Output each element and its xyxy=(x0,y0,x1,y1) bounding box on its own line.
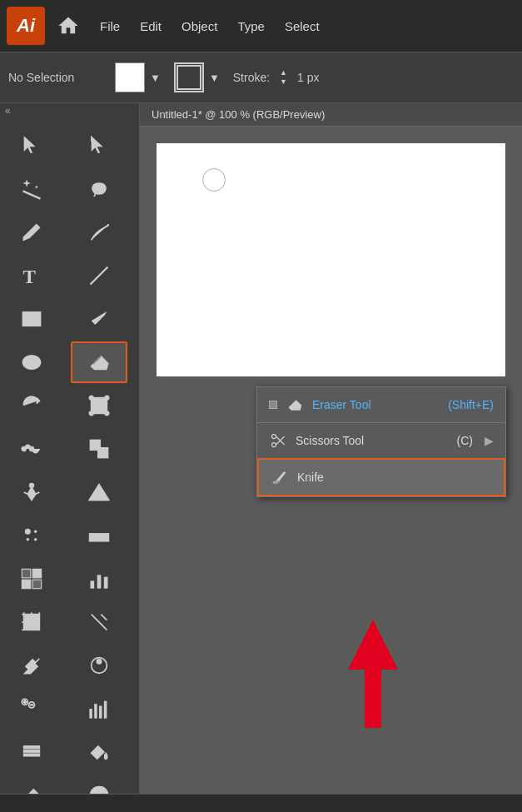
stroke-value: 1 px xyxy=(297,71,322,84)
toolbar: No Selection ▼ ▼ Stroke: ▲ ▼ 1 px xyxy=(0,52,522,103)
knife-tool-label: Knife xyxy=(297,471,492,484)
zoom-tool[interactable] xyxy=(3,688,60,730)
hand-tool[interactable] xyxy=(3,731,60,773)
menu-items: File Edit Object Type Select xyxy=(98,16,515,37)
paint-bucket-tool[interactable] xyxy=(71,731,127,773)
pencil-tool[interactable] xyxy=(71,212,127,253)
svg-point-18 xyxy=(34,531,37,534)
warp-tool[interactable] xyxy=(3,428,60,470)
context-menu-item-scissors[interactable]: Scissors Tool (C) ▶ xyxy=(257,423,505,458)
puppet-warp-tool[interactable] xyxy=(3,471,60,513)
svg-point-12 xyxy=(30,447,34,451)
toolbox: « xyxy=(0,103,140,812)
tools-grid: T xyxy=(0,122,139,812)
measure-tool[interactable] xyxy=(71,645,127,686)
magic-wand-tool[interactable] xyxy=(3,168,60,210)
eraser-tool[interactable] xyxy=(71,341,127,383)
svg-point-54 xyxy=(272,435,276,439)
svg-point-40 xyxy=(96,659,102,665)
svg-point-20 xyxy=(27,538,29,541)
svg-point-1 xyxy=(27,234,31,237)
svg-rect-6 xyxy=(91,398,107,414)
svg-rect-51 xyxy=(24,750,40,752)
menu-bar: Ai File Edit Object Type Select xyxy=(0,0,522,52)
eraser-icon xyxy=(286,396,304,414)
stroke-label: Stroke: xyxy=(233,71,270,84)
context-menu: Eraser Tool (Shift+E) Scissors Tool (C) xyxy=(256,386,506,497)
menu-file[interactable]: File xyxy=(98,16,122,37)
lasso-tool[interactable] xyxy=(71,168,127,210)
svg-rect-14 xyxy=(97,448,107,458)
stroke-up-button[interactable]: ▲ xyxy=(278,68,289,77)
svg-rect-43 xyxy=(24,700,26,705)
svg-marker-59 xyxy=(348,620,398,728)
pen-tool[interactable] xyxy=(3,212,60,253)
scissors-shortcut: (C) xyxy=(430,434,473,447)
svg-rect-31 xyxy=(103,577,107,589)
type-tool[interactable]: T xyxy=(3,255,60,296)
context-menu-item-knife[interactable]: Knife xyxy=(257,458,505,496)
svg-point-11 xyxy=(22,447,26,451)
svg-point-10 xyxy=(105,411,109,416)
artboard-tool[interactable] xyxy=(3,601,60,643)
transform-group-tool[interactable] xyxy=(71,428,127,470)
svg-rect-46 xyxy=(89,709,92,719)
svg-rect-50 xyxy=(24,746,40,748)
svg-rect-58 xyxy=(273,481,276,484)
mesh-tool[interactable] xyxy=(71,515,127,556)
rectangle-tool[interactable] xyxy=(3,298,60,340)
context-menu-item-eraser[interactable]: Eraser Tool (Shift+E) xyxy=(257,387,505,422)
svg-point-19 xyxy=(34,538,37,541)
ai-logo: Ai xyxy=(7,7,45,45)
free-transform-tool[interactable] xyxy=(71,385,127,426)
svg-point-9 xyxy=(89,411,93,416)
svg-rect-25 xyxy=(22,569,30,578)
canvas-area: Untitled-1* @ 100 % (RGB/Preview) Eraser… xyxy=(140,103,522,812)
no-selection-label: No Selection xyxy=(8,71,108,84)
eraser-tool-label: Eraser Tool xyxy=(312,398,426,411)
paintbrush-tool[interactable] xyxy=(71,298,127,340)
pattern-tool[interactable] xyxy=(3,558,60,600)
scissors-icon xyxy=(269,431,287,450)
stroke-spinner: ▲ ▼ xyxy=(278,68,289,87)
canvas-document xyxy=(157,143,505,376)
symbol-tool[interactable] xyxy=(3,515,60,556)
menu-type[interactable]: Type xyxy=(236,16,266,37)
fill-swatch[interactable] xyxy=(115,62,145,92)
stroke-swatch[interactable] xyxy=(174,62,204,92)
stroke-down-button[interactable]: ▼ xyxy=(278,77,289,87)
slice-tool[interactable] xyxy=(71,601,127,643)
svg-point-17 xyxy=(25,529,31,535)
menu-edit[interactable]: Edit xyxy=(138,16,163,37)
svg-rect-49 xyxy=(103,701,107,719)
rotate-tool[interactable] xyxy=(3,385,60,426)
scissors-tool-label: Scissors Tool xyxy=(296,434,415,447)
home-button[interactable] xyxy=(52,9,85,42)
eyedropper-tool[interactable] xyxy=(3,645,60,686)
svg-point-8 xyxy=(105,396,109,400)
svg-line-0 xyxy=(23,191,41,198)
svg-rect-48 xyxy=(99,706,102,719)
knife-icon xyxy=(271,468,289,486)
svg-rect-45 xyxy=(30,704,34,705)
ellipse-tool[interactable] xyxy=(3,341,60,383)
stroke-dropdown[interactable]: ▼ xyxy=(206,70,223,86)
svg-rect-28 xyxy=(32,580,41,589)
eraser-shortcut: (Shift+E) xyxy=(441,398,494,411)
direct-selection-tool[interactable] xyxy=(71,125,127,167)
menu-select[interactable]: Select xyxy=(283,16,321,37)
svg-rect-52 xyxy=(24,754,40,755)
toolbox-collapse-btn[interactable]: « xyxy=(0,103,139,118)
graph-tool[interactable] xyxy=(71,558,127,600)
svg-text:T: T xyxy=(23,266,37,287)
bar-chart-tool[interactable] xyxy=(71,688,127,730)
fill-dropdown[interactable]: ▼ xyxy=(147,70,164,86)
perspective-tool[interactable] xyxy=(71,471,127,513)
svg-line-3 xyxy=(90,267,107,285)
canvas-tab[interactable]: Untitled-1* @ 100 % (RGB/Preview) xyxy=(140,103,522,127)
svg-rect-47 xyxy=(94,704,97,719)
svg-rect-29 xyxy=(90,580,94,588)
line-tool[interactable] xyxy=(71,255,127,296)
selection-tool[interactable] xyxy=(3,125,60,167)
menu-object[interactable]: Object xyxy=(180,16,219,37)
